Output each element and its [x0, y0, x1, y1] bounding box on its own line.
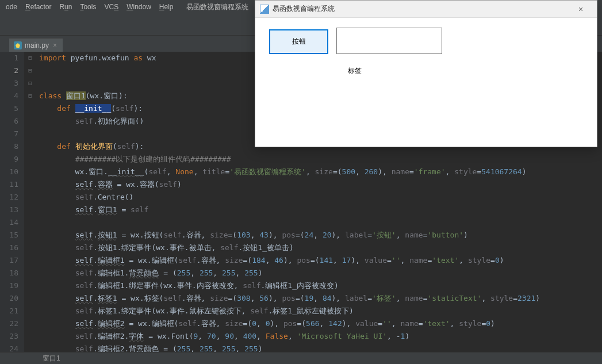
wx-frame-title: 易函数视窗编程系统 — [273, 4, 335, 14]
menu-code[interactable]: ode — [2, 2, 21, 12]
fold-gutter[interactable]: ⊟⊟⊟ ⊟ — [24, 52, 37, 352]
python-file-icon — [14, 41, 22, 49]
wx-button[interactable]: 按钮 — [269, 29, 328, 54]
wx-frame-icon — [260, 5, 269, 14]
statusbar: 窗口1 — [0, 352, 602, 364]
menu-vcs[interactable]: VCS — [101, 2, 122, 12]
wx-frame-window: 易函数视窗编程系统 × 按钮 标签 — [255, 0, 597, 147]
tab-close-button[interactable]: × — [52, 41, 58, 49]
wx-frame-titlebar[interactable]: 易函数视窗编程系统 × — [255, 1, 597, 18]
menu-cn-system[interactable]: 易函数视窗编程系统 — [183, 1, 252, 13]
menu-tools[interactable]: Tools — [76, 2, 99, 12]
menu-run[interactable]: Run — [56, 2, 75, 12]
statusbar-text: 窗口1 — [43, 354, 60, 363]
tab-main-py[interactable]: main.py × — [9, 39, 63, 52]
wx-frame-close-button[interactable]: × — [569, 5, 592, 14]
menu-refactor[interactable]: Refactor — [22, 2, 55, 12]
line-number-gutter: 123456789101112131415161718192021222324 — [0, 52, 24, 352]
wx-text-input[interactable] — [336, 28, 442, 54]
tab-label: main.py — [25, 41, 49, 49]
menu-window[interactable]: Window — [123, 2, 155, 12]
wx-frame-panel: 按钮 标签 — [255, 18, 597, 29]
menu-help[interactable]: Help — [156, 2, 177, 12]
wx-static-label: 标签 — [266, 66, 443, 76]
